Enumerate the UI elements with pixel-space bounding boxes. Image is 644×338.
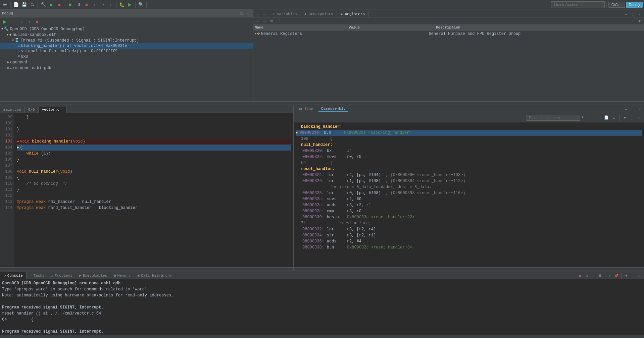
debug-panel: Debug – □ × ▶ → ↓ ↑ ■ ▼ 🔧 OpenOCD [ [0, 9, 253, 105]
location-input[interactable] [527, 115, 580, 121]
dis-back-btn[interactable]: ← [585, 115, 591, 121]
debug-config-button[interactable]: 🐛 [118, 1, 126, 8]
tree-item-gdb[interactable]: ◈ arm-none-eabi-gdb [0, 65, 253, 71]
reg-group-name: General Registers [261, 32, 342, 36]
tree-item-thread[interactable]: ▼ 🧵 Thread #1 (Suspended : Signal : SIGI… [0, 38, 253, 43]
reg-close[interactable]: × [637, 11, 643, 17]
tab-executables[interactable]: ▶ Executables [76, 272, 110, 279]
dis-fwd-btn[interactable]: → [592, 115, 598, 121]
debug-maximize-button[interactable]: □ [238, 10, 244, 16]
reg-expand-all[interactable]: ⊞ [268, 18, 274, 24]
dis-minimize[interactable]: – [623, 106, 629, 112]
tree-item-process[interactable]: ▼ ◈ nucleo-sandbox.elf [0, 32, 253, 38]
dis-show-src-btn[interactable]: 📄 [603, 115, 609, 121]
build-button[interactable]: 🔨 [40, 1, 47, 8]
dis-view-menu[interactable]: ▼ [622, 115, 628, 121]
execution-arrow-104: ▶ [17, 145, 19, 151]
tab-main-cpp[interactable]: main.cpp [0, 107, 25, 113]
reg-back-btn[interactable]: ← [255, 18, 261, 24]
console-pin-btn[interactable]: 📌 [613, 273, 620, 279]
tree-item-frame-0x0[interactable]: ≡ 0x0 [0, 54, 253, 59]
tab-0x0[interactable]: 0x0 [25, 107, 39, 113]
reg-h-scrollbar[interactable] [253, 101, 644, 105]
tab-call-hierarchy[interactable]: ⊞ Call Hierarchy [134, 272, 175, 279]
reg-collapse-all[interactable]: ⊟ [275, 18, 281, 24]
run-button[interactable]: ▶ [48, 1, 55, 8]
console-minimize[interactable]: – [630, 273, 636, 279]
console-new-btn[interactable]: + [607, 273, 613, 279]
toolbar-separator-3 [65, 2, 65, 8]
step-return-button[interactable]: ↑ [107, 1, 114, 8]
search-button[interactable]: 🔍 [137, 1, 145, 8]
code-line-109: { [17, 175, 291, 181]
console-output[interactable]: OpenOCD [GDB OpenOCD Debugging] arm-none… [0, 279, 644, 335]
console-maximize[interactable]: □ [637, 273, 643, 279]
tree-item-session[interactable]: ▼ 🔧 OpenOCD [GDB OpenOCD Debugging] [0, 26, 253, 32]
dis-close[interactable]: × [637, 106, 643, 112]
save-all-button[interactable]: 🗂 [29, 1, 36, 8]
debug-perspective-button[interactable]: Debug [626, 2, 643, 8]
registers-toolbar: ← → ⊞ ⊟ ▼ [253, 17, 644, 25]
tab-console[interactable]: ▷ Console [0, 272, 27, 279]
menu-button[interactable]: ☰ [1, 1, 9, 8]
debug-step-over-button[interactable]: → [9, 18, 17, 25]
debug-step-into-button[interactable]: ↓ [17, 18, 25, 25]
dis-maximize[interactable]: □ [630, 106, 636, 112]
reg-panel-fwd[interactable]: → [261, 11, 267, 17]
dis-h-scrollbar[interactable] [294, 267, 644, 271]
line-num-114: 114 [1, 205, 12, 211]
tree-item-openocd[interactable]: ◈ openocd [0, 59, 253, 65]
disassembly-content[interactable]: blocking_handler: ▶ 0800031e: b.n 0x8000… [294, 122, 644, 267]
reg-panel-back[interactable]: ← [255, 11, 261, 17]
tab-problems[interactable]: ⚠ Problems [48, 272, 76, 279]
registers-table: Name Value Description ▶ ⚙ General Regis… [253, 25, 644, 101]
close-vector-c-icon[interactable]: × [61, 108, 63, 112]
registers-table-header: Name Value Description [253, 25, 644, 31]
reg-minimize[interactable]: – [623, 11, 629, 17]
suspend-button[interactable]: ⏸ [75, 1, 82, 8]
dis-mixed-btn[interactable]: ≡ [611, 115, 617, 121]
editor-h-scrollbar[interactable] [0, 267, 293, 271]
code-area[interactable]: } } ● void blocking_handler(void) [14, 113, 293, 267]
tab-tasks[interactable]: ✓ Tasks [27, 272, 48, 279]
tree-item-frame-signal[interactable]: ≡ <signal handler called>() at 0xfffffff… [0, 49, 253, 54]
tab-variables[interactable]: x Variables [269, 11, 301, 17]
reg-view-menu[interactable]: ▼ [637, 18, 643, 24]
tab-vector-c[interactable]: vector.c × [39, 107, 67, 113]
console-terminate-btn[interactable]: ■ [577, 273, 583, 279]
resume-button[interactable]: ▶ [67, 1, 74, 8]
debug-step-return-button[interactable]: ↑ [26, 18, 33, 25]
console-stop-btn[interactable]: ⊘ [584, 273, 590, 279]
console-clear-btn[interactable]: 🗑 [597, 273, 603, 279]
debug-terminate-button[interactable]: ■ [34, 18, 41, 25]
step-over-button[interactable]: → [99, 1, 106, 8]
step-into-button[interactable]: ↓ [91, 1, 98, 8]
quick-access-input[interactable] [551, 1, 605, 8]
console-h-scrollbar[interactable] [0, 335, 644, 338]
debug-h-scrollbar[interactable] [0, 101, 253, 105]
tab-outline[interactable]: Outline [295, 106, 316, 112]
dis-line-8000330: 08000330: bcs.n 0x800033a <reset_handler… [296, 214, 642, 220]
debug-resume-button[interactable]: ▶ [1, 18, 9, 25]
stop-button[interactable]: ■ [56, 1, 63, 8]
reg-maximize[interactable]: □ [630, 11, 636, 17]
tree-arrow-process: ▼ [7, 33, 8, 37]
save-button[interactable]: 💾 [20, 1, 28, 8]
dis-minimize-2[interactable]: – [629, 115, 635, 121]
tab-disassembly[interactable]: Disassembly [318, 106, 348, 112]
new-file-button[interactable]: 📄 [12, 1, 20, 8]
tree-item-frame-blocking[interactable]: ≡ blocking_handler() at vector.c:104 0x8… [0, 43, 253, 49]
debug-close-button[interactable]: × [245, 10, 251, 16]
console-view-menu[interactable]: ▼ [623, 273, 629, 279]
tab-registers[interactable]: ≡ Registers [337, 11, 368, 17]
reg-fwd-btn[interactable]: → [261, 18, 267, 24]
console-step-btn[interactable]: → [590, 273, 596, 279]
debug-minimize-button[interactable]: – [232, 10, 238, 16]
run-config-button[interactable]: ▶ [126, 1, 134, 8]
terminate-button[interactable]: ■ [83, 1, 90, 8]
cpp-perspective-button[interactable]: C/C++ [608, 2, 625, 8]
dis-maximize-2[interactable]: □ [637, 115, 643, 121]
tab-breakpoints[interactable]: ◆ Breakpoints [301, 10, 337, 17]
tab-memory[interactable]: ▦ Memory [110, 272, 134, 279]
register-group-general[interactable]: ▶ ⚙ General Registers General Purpose an… [253, 31, 644, 37]
